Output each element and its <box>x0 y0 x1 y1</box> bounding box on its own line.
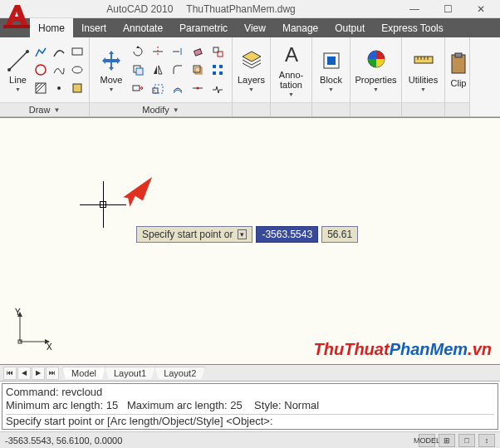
svg-text:Y: Y <box>15 308 21 317</box>
trim-icon[interactable] <box>150 43 166 60</box>
chevron-down-icon: ▼ <box>109 86 115 92</box>
titlebar: AutoCAD 2010 ThuThuatPhanMem.dwg — ☐ ✕ <box>0 0 500 18</box>
panel-draw: Line ▼ Draw▼ <box>0 37 90 116</box>
layers-button[interactable]: Layers▼ <box>236 39 267 101</box>
svg-point-31 <box>197 87 199 90</box>
offset-icon[interactable] <box>169 80 186 96</box>
line-icon <box>6 48 31 73</box>
panel-layers: Layers▼ <box>233 37 271 116</box>
polyline-icon[interactable] <box>32 43 49 60</box>
minimize-button[interactable]: — <box>399 1 430 17</box>
status-grid-button[interactable]: ⊞ <box>439 434 455 447</box>
panel-annotation: A Anno- tation▼ <box>271 37 312 116</box>
status-toggle-button[interactable]: ↕ <box>478 434 495 447</box>
scale-icon[interactable] <box>150 80 166 96</box>
tab-parametric[interactable]: Parametric <box>171 18 236 37</box>
svg-rect-25 <box>219 65 223 68</box>
rectangle-icon[interactable] <box>69 43 86 60</box>
fillet-icon[interactable] <box>169 62 186 78</box>
rotate-icon[interactable] <box>130 43 146 60</box>
ribbon: Line ▼ Draw▼ Move ▼ <box>0 37 500 117</box>
join-icon[interactable] <box>189 80 206 96</box>
extend-icon[interactable] <box>169 43 186 60</box>
svg-text:A: A <box>284 43 297 66</box>
layout-tab-layout2[interactable]: Layout2 <box>154 367 205 379</box>
move-button[interactable]: Move ▼ <box>93 39 130 101</box>
tab-nav-first[interactable]: ⏮ <box>3 367 17 380</box>
svg-rect-12 <box>73 84 81 92</box>
layout-tabs: ⏮ ◀ ▶ ⏭ Model Layout1 Layout2 <box>0 365 500 382</box>
svg-line-1 <box>9 52 27 70</box>
block-button[interactable]: Block▼ <box>316 39 346 101</box>
close-button[interactable]: ✕ <box>465 1 497 17</box>
command-input[interactable]: Specify start point or [Arc length/Objec… <box>6 414 494 428</box>
dynamic-prompt: Specify start point or ▾ <box>136 226 252 243</box>
tab-manage[interactable]: Manage <box>274 18 326 37</box>
utilities-button[interactable]: Utilities▼ <box>405 39 441 101</box>
status-model-button[interactable]: MODEL <box>419 434 435 447</box>
arc-icon[interactable] <box>51 43 67 60</box>
explode-icon[interactable] <box>209 43 226 60</box>
title-app: AutoCAD 2010 <box>106 3 173 15</box>
tab-nav-prev[interactable]: ◀ <box>17 367 31 380</box>
dynamic-y-field[interactable]: 56.61 <box>321 226 358 243</box>
tab-nav-next[interactable]: ▶ <box>32 367 45 380</box>
line-button[interactable]: Line ▼ <box>3 39 32 101</box>
clipboard-button[interactable]: Clip <box>449 39 468 101</box>
tab-nav-last[interactable]: ⏭ <box>46 367 59 380</box>
clipboard-icon <box>449 52 468 76</box>
command-line: Minimum arc length: 15 Maximum arc lengt… <box>6 399 494 412</box>
svg-rect-26 <box>213 71 216 75</box>
hatch-icon[interactable] <box>32 80 49 96</box>
annotation-button[interactable]: A Anno- tation▼ <box>274 39 308 101</box>
app-logo[interactable] <box>2 2 32 34</box>
panel-clipboard: Clip <box>445 37 470 116</box>
properties-icon <box>364 48 389 73</box>
mirror-icon[interactable] <box>150 62 166 78</box>
status-bar: -3563.5543, 56.6100, 0.0000 MODEL ⊞ □ ↕ <box>0 431 500 448</box>
ribbon-tabs: Home Insert Annotate Parametric View Man… <box>0 18 500 37</box>
chevron-down-icon[interactable]: ▼ <box>53 106 60 114</box>
spline-icon[interactable] <box>51 62 67 78</box>
svg-rect-29 <box>153 88 158 93</box>
break-icon[interactable] <box>209 80 226 96</box>
tab-insert[interactable]: Insert <box>73 18 115 37</box>
command-window[interactable]: Command: revcloud Minimum arc length: 15… <box>2 383 498 430</box>
command-line: Command: revcloud <box>6 386 494 399</box>
svg-rect-28 <box>133 86 140 91</box>
svg-rect-36 <box>414 57 433 63</box>
region-icon[interactable] <box>69 80 86 96</box>
dynamic-x-field[interactable]: -3563.5543 <box>256 226 318 243</box>
tab-annotate[interactable]: Annotate <box>115 18 171 37</box>
status-coords: -3563.5543, 56.6100, 0.0000 <box>5 436 122 446</box>
tab-express-tools[interactable]: Express Tools <box>373 18 451 37</box>
layout-tab-model[interactable]: Model <box>62 367 105 379</box>
tab-home[interactable]: Home <box>30 18 73 37</box>
panel-properties: Properties▼ <box>350 37 402 116</box>
properties-button[interactable]: Properties▼ <box>354 39 398 101</box>
layers-icon <box>239 48 264 73</box>
chevron-down-icon[interactable]: ▼ <box>173 106 179 114</box>
tab-view[interactable]: View <box>236 18 274 37</box>
stretch-icon[interactable] <box>130 80 146 96</box>
array-icon[interactable] <box>209 62 226 78</box>
maximize-button[interactable]: ☐ <box>432 1 463 17</box>
status-maximize-button[interactable]: □ <box>458 434 475 447</box>
erase-icon[interactable] <box>189 43 206 60</box>
chevron-down-icon: ▼ <box>15 86 21 92</box>
svg-point-2 <box>7 68 11 71</box>
svg-rect-34 <box>327 57 336 65</box>
chamfer-icon[interactable] <box>189 62 206 78</box>
ellipse-icon[interactable] <box>69 62 86 78</box>
tab-output[interactable]: Output <box>326 18 373 37</box>
circle-icon[interactable] <box>32 62 49 78</box>
layout-tab-layout1[interactable]: Layout1 <box>105 367 155 379</box>
point-icon[interactable] <box>51 80 67 96</box>
prompt-options-icon[interactable]: ▾ <box>238 229 247 239</box>
drawing-area[interactable]: Specify start point or ▾ -3563.5543 56.6… <box>0 117 500 365</box>
svg-text:X: X <box>47 342 52 350</box>
svg-rect-22 <box>195 67 202 74</box>
copy-icon[interactable] <box>130 62 146 78</box>
panel-block: Block▼ <box>312 37 350 116</box>
move-icon <box>99 48 124 73</box>
